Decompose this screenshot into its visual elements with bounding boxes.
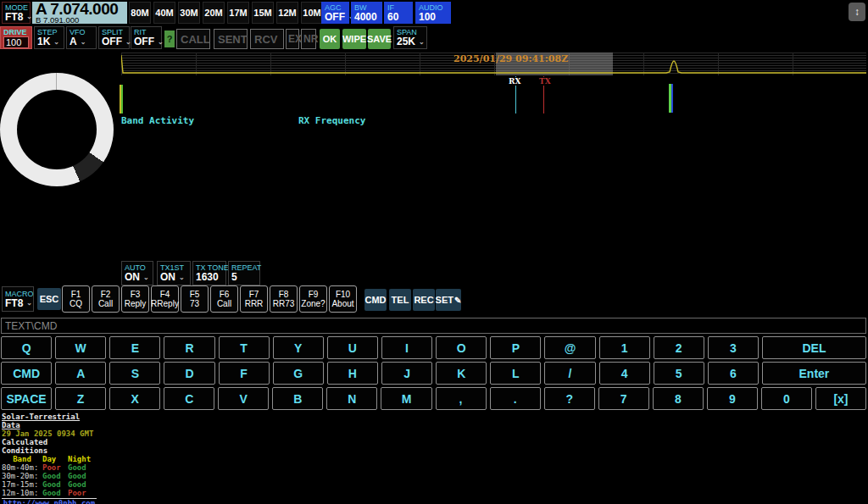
key-z[interactable]: Z [55, 387, 106, 410]
ok-button[interactable]: OK [320, 29, 340, 49]
key-y[interactable]: Y [273, 336, 324, 359]
key-e[interactable]: E [109, 336, 160, 359]
mode-select[interactable]: MODE FT8⌄ [2, 2, 31, 24]
key-b[interactable]: B [272, 387, 323, 410]
key-g[interactable]: G [273, 362, 324, 385]
tel-button[interactable]: TEL [389, 289, 411, 311]
key-k[interactable]: K [436, 362, 487, 385]
drive-value[interactable]: 100 [3, 36, 29, 48]
solar-website-link[interactable]: http://www.n0nbh.com [2, 498, 97, 504]
rcv-field[interactable]: RCV [250, 29, 284, 49]
nr-field[interactable]: NR [301, 29, 316, 49]
spectrum-display[interactable]: 2025/01/29 09:41:08Z [121, 53, 866, 75]
call-field[interactable]: CALL [176, 29, 210, 49]
f1-cq-button[interactable]: F1CQ [62, 285, 90, 313]
set-button[interactable]: SET ✎ [436, 289, 461, 311]
key-cmd[interactable]: CMD [1, 362, 52, 385]
key-enter[interactable]: Enter [762, 362, 866, 385]
f9-zone-button[interactable]: F9Zone? [299, 285, 327, 313]
key-d[interactable]: D [164, 362, 214, 385]
f2-call-button[interactable]: F2Call [92, 285, 120, 313]
band-button-17m[interactable]: 17M [227, 2, 249, 24]
band-button-20m[interactable]: 20M [203, 2, 225, 24]
key-v[interactable]: V [218, 387, 269, 410]
key-j[interactable]: J [381, 362, 432, 385]
step-select[interactable]: STEP 1K⌄ [34, 26, 64, 49]
key-f[interactable]: F [219, 362, 270, 385]
command-input[interactable] [1, 318, 866, 334]
key-u[interactable]: U [327, 336, 378, 359]
f8-rr73-button[interactable]: F8RR73 [270, 285, 298, 313]
frequency-display[interactable]: A 7.074.000 B 7.091.000 [32, 2, 127, 24]
key-o[interactable]: O [436, 336, 487, 359]
key-0[interactable]: 0 [761, 387, 812, 410]
f4-rreply-button[interactable]: F4RReply [151, 285, 179, 313]
rit-select[interactable]: RIT OFF⌄ [131, 26, 162, 49]
key-at[interactable]: @ [544, 336, 595, 359]
f10-about-button[interactable]: F10About [329, 285, 357, 313]
key-l[interactable]: L [490, 362, 541, 385]
key-9[interactable]: 9 [707, 387, 758, 410]
key-del[interactable]: DEL [762, 336, 866, 359]
bandwidth-control[interactable]: BW 4000 [351, 2, 382, 24]
f6-call-button[interactable]: F6Call [210, 285, 238, 313]
key-p[interactable]: P [490, 336, 541, 359]
repeat-input[interactable]: REPEAT 5 [228, 261, 260, 285]
tx-tone-input[interactable]: TX TONE 1630 [192, 261, 226, 285]
key-question[interactable]: ? [544, 387, 595, 410]
audio-control[interactable]: AUDIO 100 [415, 2, 451, 24]
band-button-10m[interactable]: 10M [301, 2, 323, 24]
agc-select[interactable]: AGC OFF⌄ [321, 2, 349, 24]
key-x[interactable]: X [109, 387, 160, 410]
key-8[interactable]: 8 [653, 387, 704, 410]
key-c[interactable]: C [164, 387, 214, 410]
key-period[interactable]: . [490, 387, 541, 410]
drive-control[interactable]: DRIVE 100 [0, 26, 32, 49]
help-button[interactable]: ? [164, 30, 175, 47]
key-7[interactable]: 7 [598, 387, 649, 410]
key-clear[interactable]: [x] [815, 387, 866, 410]
key-a[interactable]: A [55, 362, 106, 385]
key-t[interactable]: T [219, 336, 270, 359]
key-n[interactable]: N [326, 387, 377, 410]
key-6[interactable]: 6 [708, 362, 759, 385]
band-button-30m[interactable]: 30M [178, 2, 200, 24]
wipe-button[interactable]: WIPE [342, 29, 366, 49]
macro-select[interactable]: MACRO FT8⌄ [2, 286, 34, 312]
split-select[interactable]: SPLIT OFF⌄ [98, 26, 130, 49]
band-button-12m[interactable]: 12M [276, 2, 298, 24]
save-button[interactable]: SAVE [368, 29, 391, 49]
if-control[interactable]: IF 60 [384, 2, 413, 24]
signal-bar[interactable] [669, 84, 673, 113]
key-3[interactable]: 3 [708, 336, 759, 359]
tx1st-select[interactable]: TX1ST ON⌄ [157, 261, 191, 285]
key-comma[interactable]: , [436, 387, 487, 410]
key-2[interactable]: 2 [654, 336, 704, 359]
key-q[interactable]: Q [1, 336, 52, 359]
esc-button[interactable]: ESC [37, 288, 61, 310]
band-button-15m[interactable]: 15M [252, 2, 274, 24]
span-select[interactable]: SPAN 25K⌄ [393, 26, 427, 49]
f3-reply-button[interactable]: F3Reply [121, 285, 149, 313]
key-1[interactable]: 1 [599, 336, 650, 359]
key-i[interactable]: I [381, 336, 432, 359]
auto-select[interactable]: AUTO ON⌄ [121, 261, 153, 285]
ex-field[interactable]: EX [286, 29, 299, 49]
scroll-toggle-button[interactable]: ↕ [849, 3, 865, 21]
key-space[interactable]: SPACE [1, 387, 52, 410]
vfo-select[interactable]: VFO A⌄ [66, 26, 97, 49]
f7-rrr-button[interactable]: F7RRR [240, 285, 268, 313]
key-slash[interactable]: / [544, 362, 595, 385]
key-4[interactable]: 4 [599, 362, 650, 385]
cmd-button[interactable]: CMD [364, 289, 387, 311]
rec-button[interactable]: REC [413, 289, 435, 311]
key-w[interactable]: W [55, 336, 106, 359]
waterfall-area[interactable]: RX TX [121, 75, 866, 115]
key-h[interactable]: H [327, 362, 378, 385]
f5-73-button[interactable]: F573 [181, 285, 209, 313]
band-button-40m[interactable]: 40M [153, 2, 175, 24]
key-r[interactable]: R [164, 336, 214, 359]
key-s[interactable]: S [109, 362, 160, 385]
band-button-80m[interactable]: 80M [129, 2, 151, 24]
key-5[interactable]: 5 [654, 362, 704, 385]
